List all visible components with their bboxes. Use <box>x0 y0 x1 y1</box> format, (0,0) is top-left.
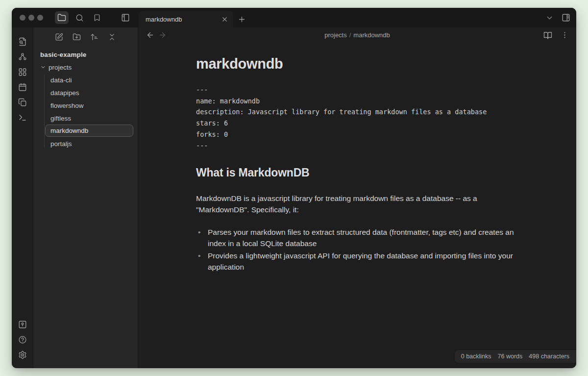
note-content-area[interactable]: markdowndb --- name: markdowndb descript… <box>138 43 576 368</box>
intro-paragraph: MarkdownDB is a javascript library for t… <box>196 193 518 215</box>
file-search-icon <box>18 37 27 46</box>
new-tab-button[interactable] <box>233 11 250 27</box>
indent-guide <box>44 75 45 148</box>
settings-button[interactable] <box>15 348 30 362</box>
new-folder-button[interactable] <box>70 30 84 44</box>
new-folder-icon <box>73 33 81 41</box>
settings-gear-icon <box>18 351 27 359</box>
sort-icon <box>90 33 98 41</box>
files-view-button[interactable] <box>55 11 69 24</box>
tab-close-button[interactable] <box>221 16 228 23</box>
forward-button[interactable] <box>158 31 167 39</box>
file-item-data-cli[interactable]: data-cli <box>33 74 138 86</box>
vault-icon <box>18 320 27 329</box>
arrow-right-icon <box>158 31 167 39</box>
vault-name[interactable]: basic-example <box>33 49 138 61</box>
backlinks-count[interactable]: 0 backlinks <box>461 353 491 360</box>
more-options-button[interactable] <box>561 31 569 39</box>
frontmatter-block: --- name: markdowndb description: Javasc… <box>196 84 518 151</box>
folder-children: data-cli datapipes flowershow giftless m… <box>33 74 138 150</box>
file-explorer: basic-example projects data-cli datapipe… <box>33 27 138 368</box>
breadcrumb-folder[interactable]: projects <box>324 31 347 39</box>
tab-bar: markdowndb <box>139 8 545 27</box>
file-tree: basic-example projects data-cli datapipe… <box>33 49 138 150</box>
sort-order-button[interactable] <box>87 30 102 44</box>
calendar-icon <box>18 83 27 92</box>
layout-grid-icon <box>18 68 27 76</box>
panel-right-icon <box>562 13 570 22</box>
bookmarks-view-button[interactable] <box>90 11 104 24</box>
back-button[interactable] <box>146 31 154 39</box>
note-title: markdowndb <box>196 56 518 72</box>
plus-icon <box>238 15 246 24</box>
more-vertical-icon <box>561 31 569 39</box>
tab-title: markdowndb <box>146 16 182 23</box>
frontmatter-stars: stars: 6 <box>196 118 518 129</box>
file-item-portaljs[interactable]: portaljs <box>33 137 138 150</box>
status-bar: 0 backlinks 76 words 498 characters <box>454 350 576 363</box>
file-label: markdowndb <box>50 127 88 134</box>
file-label: portaljs <box>50 140 72 148</box>
window-zoom-button[interactable] <box>37 15 43 21</box>
obsidian-window: markdowndb <box>12 8 576 368</box>
section-heading: What is MarkdownDB <box>196 166 518 179</box>
breadcrumb-file[interactable]: markdowndb <box>353 31 390 39</box>
ribbon-bottom-group <box>15 317 30 362</box>
file-label: giftless <box>50 115 71 122</box>
file-item-giftless[interactable]: giftless <box>33 112 138 125</box>
new-note-button[interactable] <box>52 30 67 44</box>
book-open-icon <box>543 31 552 40</box>
view-header-actions <box>543 31 576 40</box>
terminal-button[interactable] <box>15 110 30 125</box>
graph-icon <box>18 52 27 61</box>
search-icon <box>75 14 84 22</box>
file-item-markdowndb[interactable]: markdowndb <box>45 125 133 137</box>
ribbon <box>12 27 33 368</box>
help-button[interactable] <box>15 332 30 347</box>
frontmatter-delimiter: --- <box>196 140 518 151</box>
file-item-datapipes[interactable]: datapipes <box>33 86 138 99</box>
window-close-button[interactable] <box>20 15 25 21</box>
chevron-down-icon <box>545 14 554 22</box>
terminal-icon <box>18 113 27 122</box>
window-controls <box>20 15 43 21</box>
right-sidebar-toggle-button[interactable] <box>562 13 570 22</box>
search-view-button[interactable] <box>73 11 86 24</box>
breadcrumb-separator: / <box>349 31 351 39</box>
breadcrumb: projects/markdowndb <box>138 31 576 39</box>
frontmatter-description: description: Javascript library for trea… <box>196 106 518 118</box>
file-label: flowershow <box>50 102 84 109</box>
collapse-all-button[interactable] <box>105 30 120 44</box>
help-icon <box>18 335 27 344</box>
titlebar-icon-group <box>55 11 104 24</box>
file-item-flowershow[interactable]: flowershow <box>33 99 138 112</box>
reading-mode-button[interactable] <box>543 31 552 40</box>
left-sidebar-toggle-button[interactable] <box>119 11 132 24</box>
quick-switcher-button[interactable] <box>15 34 30 49</box>
vault-switcher-button[interactable] <box>15 317 30 332</box>
chevron-down-icon <box>40 64 46 70</box>
daily-note-button[interactable] <box>15 80 30 95</box>
panel-left-icon <box>121 13 130 22</box>
insert-template-button[interactable] <box>15 95 30 110</box>
view-header: projects/markdowndb <box>138 27 576 43</box>
frontmatter-name: name: markdowndb <box>196 96 518 107</box>
window-minimize-button[interactable] <box>28 15 34 21</box>
dashboard-button[interactable] <box>15 65 30 79</box>
nav-arrows <box>146 31 167 39</box>
feature-list: Parses your markdown files to extract st… <box>196 226 518 273</box>
copy-icon <box>18 98 27 107</box>
folder-icon <box>57 13 66 22</box>
titlebar: markdowndb <box>12 8 576 27</box>
frontmatter-delimiter: --- <box>196 84 518 96</box>
new-note-icon <box>55 33 63 41</box>
graph-view-button[interactable] <box>15 50 30 64</box>
tab-list-button[interactable] <box>545 14 554 22</box>
bookmark-icon <box>93 14 101 22</box>
character-count: 498 characters <box>529 353 569 360</box>
explorer-toolbar <box>33 30 138 44</box>
file-label: datapipes <box>50 89 79 97</box>
tab-markdowndb[interactable]: markdowndb <box>139 11 233 27</box>
folder-projects[interactable]: projects <box>33 61 138 74</box>
note-content: markdowndb --- name: markdowndb descript… <box>196 43 518 273</box>
